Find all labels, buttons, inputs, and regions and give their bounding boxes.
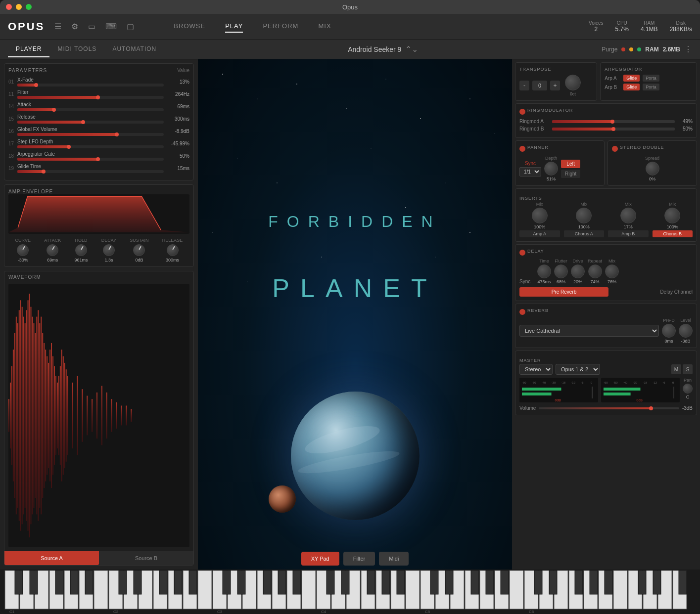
arp-b-porta-button[interactable]: Porta [643,84,659,90]
release-slider[interactable] [17,121,164,124]
svg-rect-154 [55,570,63,594]
delay-repeat-knob[interactable] [588,264,602,278]
svg-rect-160 [174,570,182,594]
master-output-mode[interactable]: Stereo [519,364,553,375]
ringmod-b-slider[interactable] [552,128,675,131]
reverb-preset-select[interactable]: Live Cathedral [519,325,659,337]
delay-power-button[interactable] [519,250,525,256]
volume-slider[interactable] [539,407,679,409]
filter-button[interactable]: Filter [343,552,375,566]
spread-knob[interactable] [646,162,659,175]
arp-gate-slider[interactable] [17,158,164,161]
meter-right: -60 -50 -40 -30 -18 -12 -6 0 0dB [601,378,680,402]
piano-svg[interactable]: C1 C2 [4,570,696,614]
chorus-a-mix-knob[interactable] [576,208,592,223]
settings-icon[interactable]: ⚙ [71,22,78,31]
pre-reverb-button[interactable]: Pre Reverb [519,287,608,297]
master-pan-knob[interactable] [683,384,693,394]
ring-power-button[interactable] [519,109,525,115]
reverb-title: REVERB [527,308,549,313]
oct-knob[interactable] [565,75,581,90]
tab-automation[interactable]: AUTOMATION [104,42,164,57]
reverb-level-knob[interactable] [679,324,693,338]
amp-b-mix-knob[interactable] [620,208,636,223]
preset-arrows[interactable]: ⌃⌄ [405,44,418,54]
panner-left-button[interactable]: Left [561,160,580,168]
hamburger-icon[interactable]: ☰ [54,22,61,31]
close-button[interactable] [6,4,12,10]
svg-rect-48 [101,386,102,445]
glide-slider[interactable] [17,170,164,173]
svg-rect-38 [63,356,64,475]
nav-perform[interactable]: PERFORM [263,20,298,33]
release-knob[interactable] [167,244,179,256]
layout-icon[interactable]: ▢ [127,22,134,31]
step-lfo-slider[interactable] [17,145,164,148]
chorus-a-name[interactable]: Chorus A [564,230,605,237]
xy-pad-button[interactable]: XY Pad [301,552,339,566]
midi-button[interactable]: Midi [379,552,409,566]
amp-a-name[interactable]: Amp A [519,230,560,237]
stereo-power-button[interactable] [612,146,618,152]
reverb-pre-d-knob[interactable] [662,324,676,338]
ringmod-a-slider[interactable] [552,120,675,123]
svg-rect-5 [14,333,15,498]
reverb-power-button[interactable] [519,309,525,315]
xfade-slider[interactable] [17,84,164,87]
svg-rect-180 [590,570,598,594]
attack-slider[interactable] [17,108,164,111]
nav-mix[interactable]: MIX [318,20,331,33]
disk-stat: Disk 288KB/s [670,20,692,33]
transpose-plus[interactable]: + [550,81,560,90]
decay-knob[interactable] [103,244,115,256]
arp-a-glide-button[interactable]: Glide [623,75,640,82]
maximize-button[interactable] [26,4,32,10]
svg-rect-28 [48,363,49,468]
parameters-title: PARAMETERS [8,68,47,73]
minimize-button[interactable] [16,4,22,10]
window-title: Opus [342,3,358,11]
nav-browse[interactable]: BROWSE [174,20,205,33]
panner-title: PANNER [527,145,549,150]
panner-depth-knob[interactable] [544,162,558,175]
chorus-b-name[interactable]: Chorus B [653,230,693,237]
hold-knob[interactable] [75,244,87,256]
source-a-button[interactable]: Source A [4,551,99,565]
insert-chorus-b: Mix 100% Chorus B [653,202,693,237]
global-fx-slider[interactable] [17,133,164,136]
svg-rect-178 [549,570,557,594]
more-options-icon[interactable]: ⋮ [684,44,692,54]
master-output-route[interactable]: Opus 1 & 2 [556,364,600,375]
sustain-knob[interactable] [133,244,145,256]
piano-icon[interactable]: ⌨ [105,22,117,31]
s-button[interactable]: S [683,364,693,374]
tab-midi-tools[interactable]: MIDI TOOLS [49,42,104,57]
transpose-minus[interactable]: - [519,81,529,90]
svg-text:-40: -40 [623,381,628,384]
filter-slider[interactable] [17,96,164,99]
curve-knob[interactable] [17,244,29,256]
panner-section: PANNER Sync 1/1 Depth 51% [515,140,605,186]
arp-b-glide-button[interactable]: Glide [623,84,640,90]
source-b-button[interactable]: Source B [99,551,193,565]
chorus-b-mix-knob[interactable] [664,208,680,223]
delay-drive-knob[interactable] [571,264,585,278]
m-button[interactable]: M [671,364,681,374]
panner-rate-select[interactable]: 1/1 [519,167,541,176]
amp-b-name[interactable]: Amp B [608,230,649,237]
nav-play[interactable]: PLAY [225,20,243,33]
panner-power-button[interactable] [519,146,525,152]
arp-a-porta-button[interactable]: Porta [643,75,659,82]
tab-player[interactable]: PLAYER [8,42,49,57]
view-icon[interactable]: ▭ [88,22,95,31]
panner-right-button[interactable]: Right [561,170,580,178]
svg-rect-37 [61,350,62,482]
delay-flutter-knob[interactable] [554,264,568,278]
amp-a-mix-knob[interactable] [532,208,548,223]
delay-drive: Drive 20% [571,259,585,284]
delay-time-knob[interactable] [537,264,551,278]
delay-mix-knob[interactable] [605,264,619,278]
svg-rect-162 [223,570,231,594]
svg-rect-7 [17,323,18,508]
attack-knob[interactable] [47,244,58,256]
